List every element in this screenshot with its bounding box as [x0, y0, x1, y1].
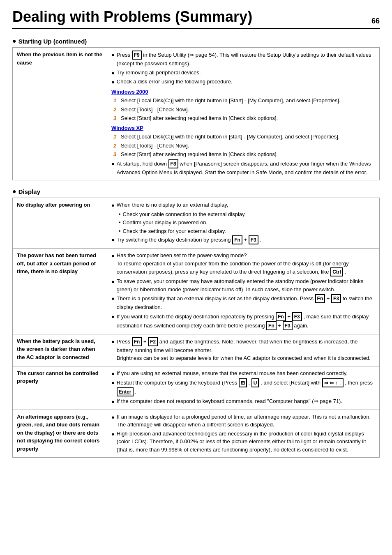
key-f9: F9	[132, 51, 142, 60]
cause-cell: An afterimage appears (e.g., green, red,…	[13, 410, 107, 458]
os-label-winxp: Windows XP	[111, 124, 375, 132]
key-u: U	[251, 378, 259, 387]
section-heading-display: Display	[12, 188, 380, 195]
table-row: No display after powering on When there …	[13, 198, 380, 249]
solution-item: Try removing all peripheral devices.	[111, 69, 375, 77]
key-windows: ⊞	[239, 378, 247, 387]
key-arrows: ⇒ ⇐ ↑ ↓	[322, 378, 344, 387]
solution-cell: When there is no display to an external …	[107, 198, 380, 249]
cause-cell: When the battery pack is used, the scree…	[13, 334, 107, 366]
solution-item: Has the computer been set to the power-s…	[111, 251, 375, 276]
step: 3Select [Start] after selecting required…	[113, 114, 375, 122]
cause-cell: The power has not been turned off, but a…	[13, 249, 107, 334]
solution-cell: Press Fn + F2 and adjust the brightness.…	[107, 334, 380, 366]
table-row: When the battery pack is used, the scree…	[13, 334, 380, 366]
os-label-win2000: Windows 2000	[111, 88, 375, 96]
sub-solution-item: Check your cable connection to the exter…	[119, 210, 375, 219]
sub-solution-item: Confirm your display is powered on.	[119, 219, 375, 227]
solution-item: Press Fn + F2 and adjust the brightness.…	[111, 337, 375, 362]
display-table: No display after powering on When there …	[12, 198, 380, 458]
sub-solution-item: Check the settings for your external dis…	[119, 227, 375, 235]
key-ctrl: Ctrl	[330, 267, 343, 276]
solution-item: If you want to switch the display destin…	[111, 312, 375, 330]
solution-item: Check a disk error using the following p…	[111, 78, 375, 86]
cause-cell: When the previous item is not the cause	[13, 48, 107, 180]
cause-cell: No display after powering on	[13, 198, 107, 249]
solution-item: At startup, hold down F8 when [Panasonic…	[111, 159, 375, 177]
key-fn: Fn	[276, 312, 286, 321]
key-f3: F3	[292, 312, 302, 321]
step: 3Select [Start] after selecting required…	[113, 150, 375, 159]
solution-item: Press F9 in the Setup Utility (⇒ page 54…	[111, 51, 375, 68]
table-row: When the previous item is not the cause …	[13, 48, 380, 180]
key-f3: F3	[283, 321, 293, 330]
table-row: The power has not been turned off, but a…	[13, 249, 380, 334]
step: 2Select [Tools] - [Check Now].	[113, 106, 375, 114]
key-enter: Enter	[117, 387, 134, 396]
solution-item: Restart the computer by using the keyboa…	[111, 378, 375, 396]
solution-item: If you are using an external mouse, ensu…	[111, 369, 375, 378]
key-fn: Fn	[266, 321, 277, 330]
starting-up-table: When the previous item is not the cause …	[12, 47, 380, 180]
key-f2: F2	[148, 337, 158, 346]
cause-cell: The cursor cannot be controlled properly	[13, 366, 107, 410]
key-fn: Fn	[232, 235, 242, 244]
solution-item: When there is no display to an external …	[111, 201, 375, 210]
key-f3: F3	[331, 294, 341, 303]
solution-item: To save power, your computer may have au…	[111, 277, 375, 293]
solution-cell: If you are using an external mouse, ensu…	[107, 366, 380, 410]
step: 2Select [Tools] - [Check Now].	[113, 142, 375, 150]
key-f3: F3	[249, 235, 258, 244]
page-number: 66	[371, 17, 380, 25]
key-fn: Fn	[315, 294, 325, 303]
key-fn: Fn	[132, 337, 142, 346]
solution-item: High-precision and advanced technologies…	[111, 430, 375, 454]
table-row: The cursor cannot be controlled properly…	[13, 366, 380, 410]
solution-item: There is a possibility that an external …	[111, 294, 375, 311]
key-f8: F8	[168, 159, 178, 168]
table-row: An afterimage appears (e.g., green, red,…	[13, 410, 380, 458]
section-heading-starting-up: Starting Up (continued)	[12, 37, 380, 45]
solution-cell: If an image is displayed for a prolonged…	[107, 410, 380, 458]
step: 1Select [Local Disk(C:)] with the right …	[113, 97, 375, 105]
solution-cell: Has the computer been set to the power-s…	[107, 249, 380, 334]
page-title: Dealing with Problems (Summary)	[12, 8, 252, 25]
solution-item: Try switching the display destination by…	[111, 235, 375, 244]
solution-item: If the computer does not respond to keyb…	[111, 397, 375, 406]
solution-item: If an image is displayed for a prolonged…	[111, 413, 375, 429]
step: 1Select [Local Disk(C:)] with the right …	[113, 133, 375, 141]
page-header: Dealing with Problems (Summary) 66	[12, 8, 380, 29]
solution-cell: Press F9 in the Setup Utility (⇒ page 54…	[107, 48, 380, 180]
